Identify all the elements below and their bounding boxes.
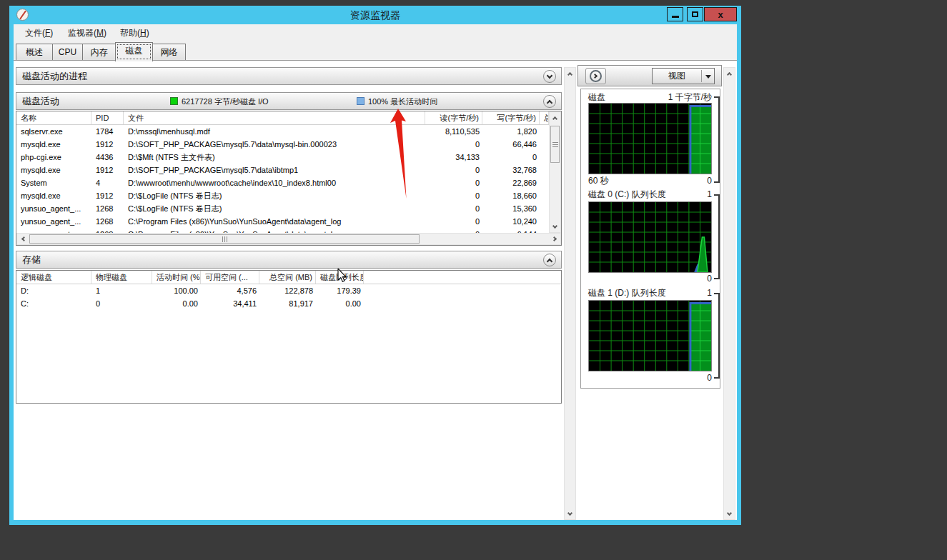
section-header-storage[interactable]: 存储 — [16, 251, 562, 269]
titlebar[interactable]: 资源监视器 x — [9, 6, 741, 24]
section-header-disk-activity[interactable]: 磁盘活动 6217728 字节/秒磁盘 I/O 100% 最长活动时间 — [16, 92, 562, 110]
section-header-disk-processes[interactable]: 磁盘活动的进程 — [16, 67, 562, 85]
cell-file: C:\Program Files (x86)\YunSuo\YunSuoAgen… — [124, 228, 425, 233]
tab-network[interactable]: 网络 — [152, 44, 186, 61]
chevron-up-icon — [567, 71, 572, 76]
table-row[interactable]: yunsuo_agent_...1268C:\Program Files (x8… — [16, 215, 549, 228]
collapse-section-button[interactable] — [543, 95, 556, 108]
left-pane-scrollbar[interactable] — [564, 67, 576, 520]
chevron-down-icon — [547, 73, 552, 79]
scale-bracket — [714, 96, 720, 183]
column-header[interactable]: 总 — [540, 111, 549, 124]
client-area: 文件(F)监视器(M)帮助(H) 概述CPU内存磁盘网络 磁盘活动的进程 磁盘活… — [14, 24, 737, 520]
cell-pid: 1912 — [91, 164, 124, 176]
cell-write: 15,360 — [482, 202, 540, 215]
minimize-icon — [672, 16, 679, 18]
cell-read: 0 — [425, 138, 482, 151]
table-header-row[interactable]: 名称PID文件读(字节/秒)写(字节/秒)总 — [16, 111, 549, 125]
close-icon: x — [718, 10, 723, 19]
scroll-right-button[interactable] — [550, 234, 560, 244]
scroll-down-button[interactable] — [550, 221, 560, 232]
column-header[interactable]: 逻辑磁盘 — [16, 271, 91, 284]
column-header[interactable]: 磁盘队列长度 — [316, 271, 364, 284]
chevron-down-icon — [567, 511, 572, 516]
table-row[interactable]: mysqld.exe1912D:\SOFT_PHP_PACKAGE\mysql5… — [16, 138, 549, 151]
table-vertical-scrollbar[interactable] — [549, 111, 561, 233]
column-header[interactable]: 写(字节/秒) — [482, 111, 540, 124]
cell-file: C:\$LogFile (NTFS 卷日志) — [124, 202, 425, 215]
table-row[interactable]: D:1100.004,576122,878179.39 — [16, 284, 561, 297]
cell-read: 0 — [425, 228, 482, 233]
scrollbar-thumb[interactable] — [550, 126, 560, 163]
scroll-up-button[interactable] — [565, 68, 575, 79]
column-header[interactable]: 名称 — [16, 111, 91, 124]
minimize-button[interactable] — [667, 7, 683, 21]
table-row[interactable]: yunsuo_agent_...1268C:\Program Files (x8… — [16, 228, 549, 233]
column-header[interactable]: 文件 — [124, 111, 425, 124]
expand-section-button[interactable] — [543, 70, 556, 83]
tab-cpu[interactable]: CPU — [52, 44, 83, 61]
graphs-toolbar: 视图 — [577, 65, 722, 86]
view-dropdown-button[interactable]: 视图 — [652, 68, 715, 84]
section-title: 磁盘活动的进程 — [22, 68, 87, 86]
table-row[interactable]: php-cgi.exe4436D:\$Mft (NTFS 主文件表)34,133… — [16, 151, 549, 164]
chart-graph — [588, 103, 712, 174]
chart-label-row: 60 秒 0 — [588, 175, 712, 186]
cell-pid: 1268 — [91, 228, 124, 233]
column-header[interactable]: 物理磁盘 — [91, 271, 152, 284]
cell-pid: 1268 — [91, 215, 124, 228]
tab-disk[interactable]: 磁盘 — [115, 42, 153, 61]
cell-write: 0 — [482, 151, 540, 164]
cell-filler — [364, 297, 561, 310]
cell-physical: 0 — [91, 297, 152, 310]
scroll-left-button[interactable] — [17, 234, 28, 244]
table-row[interactable]: System4D:\wwwroot\menhu\wwwroot\cache\in… — [16, 176, 549, 189]
disk-activity-table: 名称PID文件读(字节/秒)写(字节/秒)总 sqlservr.exe1784D… — [16, 111, 562, 246]
chevron-right-circle-icon — [590, 70, 602, 82]
close-button[interactable]: x — [704, 7, 737, 21]
grip-icon — [552, 142, 558, 147]
scrollbar-thumb[interactable] — [29, 234, 420, 244]
divider — [701, 70, 702, 82]
column-header[interactable]: 总空间 (MB) — [259, 271, 316, 284]
scroll-up-button[interactable] — [724, 68, 735, 79]
graphs-panel: 视图 磁盘 1 千字节/秒60 秒 0磁盘 0 (C:) 队列长度 1 0磁盘 … — [577, 65, 722, 518]
cell-pid: 1784 — [91, 125, 124, 138]
collapse-graphs-button[interactable] — [585, 68, 606, 84]
column-header[interactable]: 可用空间 (... — [201, 271, 259, 284]
scroll-down-button[interactable] — [724, 509, 735, 519]
table-row[interactable]: C:00.0034,41181,9170.00 — [16, 297, 561, 310]
tab-overview[interactable]: 概述 — [16, 44, 53, 61]
chart-max-label: 1 千字节/秒 — [668, 91, 712, 103]
chart-graph — [588, 201, 712, 273]
table-row[interactable]: yunsuo_agent_...1268C:\$LogFile (NTFS 卷日… — [16, 202, 549, 215]
column-header[interactable]: 读(字节/秒) — [425, 111, 482, 124]
cell-write: 18,660 — [482, 189, 540, 202]
table-horizontal-scrollbar[interactable] — [16, 233, 561, 245]
menu-item-f[interactable]: 文件(F) — [21, 24, 57, 41]
table-row[interactable]: sqlservr.exe1784D:\mssql\menhusql.mdf8,1… — [16, 125, 549, 138]
chevron-up-icon — [547, 100, 552, 106]
cell-name: yunsuo_agent_... — [16, 202, 91, 215]
cell-total: 122,878 — [259, 284, 316, 297]
chevron-down-icon — [552, 224, 557, 229]
scroll-up-button[interactable] — [550, 112, 560, 123]
maximize-button[interactable] — [687, 7, 703, 21]
table-header-row[interactable]: 逻辑磁盘物理磁盘活动时间 (%)可用空间 (...总空间 (MB)磁盘队列长度 — [16, 271, 561, 284]
column-header[interactable]: PID — [91, 111, 124, 124]
table-row[interactable]: mysqld.exe1912D:\SOFT_PHP_PACKAGE\mysql5… — [16, 164, 549, 176]
menu-item-m[interactable]: 监视器(M) — [64, 24, 111, 41]
scroll-down-button[interactable] — [565, 509, 575, 519]
cell-physical: 1 — [91, 284, 152, 297]
cell-free: 4,576 — [201, 284, 259, 297]
chart-min-label: 0 — [707, 372, 712, 384]
right-pane-scrollbar[interactable] — [723, 67, 735, 520]
collapse-section-button[interactable] — [543, 254, 556, 266]
tab-memory[interactable]: 内存 — [82, 44, 116, 61]
chart-x-label: 60 秒 — [588, 175, 609, 186]
cell-file: D:\SOFT_PHP_PACKAGE\mysql5.7\data\mysql-… — [124, 138, 425, 151]
menu-item-h[interactable]: 帮助(H) — [116, 24, 154, 41]
column-header[interactable]: 活动时间 (%) — [152, 271, 201, 284]
cell-name: yunsuo_agent_... — [16, 228, 91, 233]
table-row[interactable]: mysqld.exe1912D:\$LogFile (NTFS 卷日志)018,… — [16, 189, 549, 202]
